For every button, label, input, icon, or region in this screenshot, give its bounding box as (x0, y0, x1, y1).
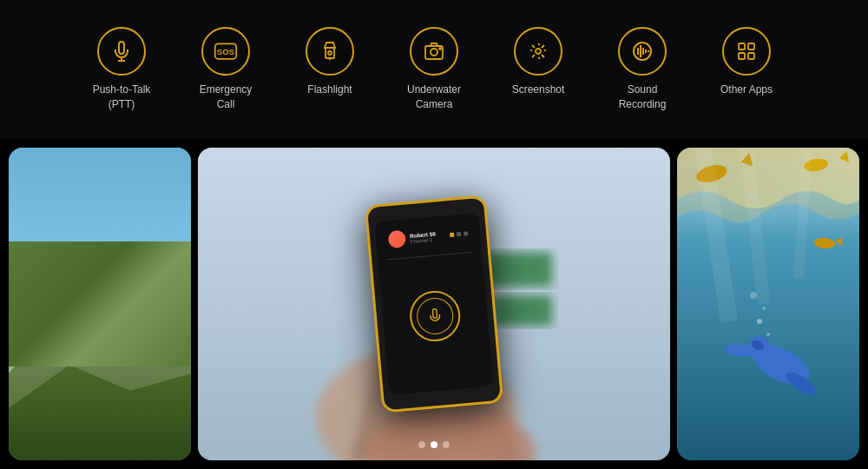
svg-point-10 (536, 49, 541, 54)
feature-other-apps[interactable]: Other Apps (694, 27, 799, 97)
svg-text:SOS: SOS (217, 47, 235, 56)
feature-underwater-camera[interactable]: UnderwaterCamera (382, 27, 486, 112)
svg-line-33 (106, 333, 116, 348)
svg-point-31 (115, 315, 128, 327)
svg-line-37 (117, 350, 119, 365)
carousel-dots (418, 441, 450, 448)
ptt-outer-ring (408, 288, 463, 343)
phone-screen: Robert 56 Channel 3 (375, 213, 494, 395)
ptt-image: Robert 56 Channel 3 (198, 148, 670, 460)
svg-point-61 (757, 319, 762, 324)
screenshot-icon (514, 27, 562, 76)
feature-emergency-call[interactable]: SOS EmergencyCall (174, 27, 278, 112)
svg-rect-42 (484, 252, 552, 287)
ptt-card: Robert 56 Channel 3 (198, 148, 670, 460)
ptt-inner-ring (415, 296, 455, 336)
other-apps-label: Other Apps (720, 83, 773, 97)
svg-line-38 (124, 350, 126, 365)
underwater-camera-label: UnderwaterCamera (407, 83, 461, 112)
flashlight-label: Flashlight (307, 83, 352, 97)
other-apps-icon (722, 27, 771, 76)
carousel-dot-2[interactable] (431, 441, 437, 448)
svg-point-62 (762, 307, 766, 310)
svg-line-34 (104, 348, 106, 360)
svg-rect-4 (326, 48, 334, 58)
svg-point-63 (750, 292, 757, 299)
emergency-call-icon: SOS (201, 27, 250, 76)
carousel-dot-3[interactable] (443, 441, 450, 448)
svg-line-36 (130, 343, 132, 360)
hiker-card (9, 148, 191, 460)
svg-rect-24 (739, 53, 745, 59)
feature-flashlight[interactable]: Flashlight (278, 27, 382, 97)
push-to-talk-icon (97, 27, 146, 76)
sound-recording-label: SoundRecording (619, 83, 667, 112)
svg-rect-22 (739, 43, 745, 50)
features-row: Push-to-Talk(PTT) SOS EmergencyCall (52, 27, 816, 112)
phone-device: Robert 56 Channel 3 (365, 195, 503, 413)
image-gallery: Robert 56 Channel 3 (0, 139, 868, 469)
push-to-talk-label: Push-to-Talk(PTT) (93, 83, 151, 112)
feature-screenshot[interactable]: Screenshot (486, 27, 590, 97)
screenshot-label: Screenshot (512, 83, 565, 97)
svg-point-9 (439, 48, 441, 50)
svg-point-64 (766, 333, 770, 336)
carousel-dot-1[interactable] (418, 441, 425, 448)
svg-line-35 (127, 333, 130, 343)
svg-rect-25 (748, 53, 754, 59)
emergency-call-label: EmergencyCall (200, 83, 253, 112)
features-bar: Push-to-Talk(PTT) SOS EmergencyCall (0, 0, 868, 139)
hiker-image (9, 148, 191, 460)
svg-rect-30 (116, 326, 127, 350)
svg-rect-32 (125, 324, 137, 343)
underwater-camera-icon (410, 27, 458, 76)
sound-recording-icon (618, 27, 667, 76)
svg-point-8 (431, 49, 437, 56)
svg-rect-23 (748, 43, 754, 50)
flashlight-icon (306, 27, 354, 76)
feature-push-to-talk[interactable]: Push-to-Talk(PTT) (69, 27, 174, 112)
feature-sound-recording[interactable]: SoundRecording (590, 27, 694, 112)
underwater-card (677, 148, 859, 460)
svg-point-5 (328, 51, 332, 55)
svg-rect-43 (493, 295, 552, 326)
